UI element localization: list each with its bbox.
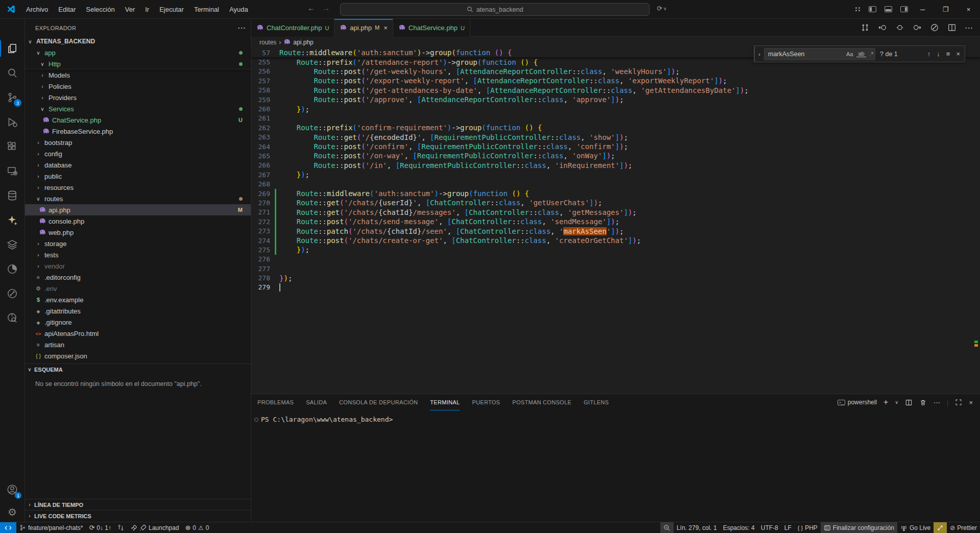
tree-item-policies[interactable]: ›Policies: [25, 81, 251, 92]
tree-item-composer-json[interactable]: { }composer.json: [25, 350, 251, 361]
problems-item[interactable]: ⊗0 ⚠0: [182, 522, 212, 533]
git-graph-icon[interactable]: [930, 23, 939, 32]
tree-item-web-php[interactable]: web.php: [25, 227, 251, 238]
search-icon[interactable]: [0, 62, 25, 84]
menu-ir[interactable]: Ir: [140, 4, 154, 15]
code-line-279[interactable]: 279: [251, 283, 980, 292]
panel-tab-terminal[interactable]: TERMINAL: [430, 394, 460, 410]
previous-change-icon[interactable]: [878, 23, 887, 32]
panel-tab-salida[interactable]: SALIDA: [306, 394, 327, 410]
tree-item-public[interactable]: ›public: [25, 171, 251, 182]
tree-item-app[interactable]: ∨app: [25, 47, 251, 58]
close-panel-icon[interactable]: ×: [969, 399, 973, 406]
cursor-position-item[interactable]: Lín. 279, col. 1: [674, 522, 720, 533]
extensions-icon[interactable]: [0, 135, 25, 158]
nav-forward-button[interactable]: →: [322, 4, 330, 12]
panel-tab-puertos[interactable]: PUERTOS: [472, 394, 500, 410]
tree-item-tests[interactable]: ›tests: [25, 249, 251, 260]
screencast-zoom-item[interactable]: [660, 522, 674, 533]
menu-ejecutar[interactable]: Ejecutar: [154, 4, 189, 15]
code-line-267[interactable]: 267 });: [251, 170, 980, 179]
tree-item-services[interactable]: ∨Services: [25, 103, 251, 114]
open-changes-icon[interactable]: [895, 23, 904, 32]
match-case-icon[interactable]: Aa: [845, 51, 854, 57]
tree-item--gitattributes[interactable]: ◆.gitattributes: [25, 305, 251, 317]
regex-icon[interactable]: .*: [868, 51, 875, 57]
tab-api-php[interactable]: api.php M ×: [334, 19, 393, 37]
code-line-271[interactable]: 271 Route::get('/chats/{chatId}/messages…: [251, 208, 980, 217]
tree-item--gitignore[interactable]: ◆.gitignore: [25, 317, 251, 328]
code-line-272[interactable]: 272 Route::post('/chats/send-message', […: [251, 217, 980, 226]
tree-item--env-example[interactable]: $.env.example: [25, 294, 251, 305]
launchpad-item[interactable]: Launchpad: [127, 522, 182, 533]
encoding-item[interactable]: UTF-8: [758, 522, 781, 533]
find-close-icon[interactable]: ×: [956, 50, 960, 58]
code-line-261[interactable]: 261: [251, 114, 980, 123]
tree-item-console-php[interactable]: console.php: [25, 215, 251, 227]
command-center-search[interactable]: atenas_backend: [340, 3, 650, 16]
tree-item-storage[interactable]: ›storage: [25, 238, 251, 249]
settings-gear-icon[interactable]: ⚙: [0, 501, 25, 523]
code-line-276[interactable]: 276: [251, 255, 980, 264]
code-line-266[interactable]: 266 Route::post('/in', [RequirementPubli…: [251, 161, 980, 170]
whole-word-icon[interactable]: ab: [856, 51, 866, 57]
panel-more-actions-icon[interactable]: ⋯: [934, 399, 940, 406]
toggle-sidebar-icon[interactable]: [869, 6, 876, 12]
tree-item-database[interactable]: ›database: [25, 159, 251, 171]
panel-tab-gitlens[interactable]: GITLENS: [584, 394, 609, 410]
menu-archivo[interactable]: Archivo: [21, 4, 53, 15]
commit-search-icon[interactable]: [0, 307, 25, 329]
toggle-panel-icon[interactable]: [885, 6, 892, 12]
code-area[interactable]: 255 Route::prefix('/attendance-report')-…: [251, 57, 980, 292]
indentation-item[interactable]: Espacios: 4: [720, 522, 758, 533]
find-next-icon[interactable]: ↓: [937, 50, 940, 58]
tree-item-api-php[interactable]: api.phpM: [25, 204, 251, 215]
tree-item--editorconfig[interactable]: ≡.editorconfig: [25, 272, 251, 283]
terminal-dropdown-icon[interactable]: ∨: [895, 400, 898, 405]
tree-item-apiatenaspro-html[interactable]: <>apiAtenasPro.html: [25, 328, 251, 339]
tree-item-models[interactable]: ›Models: [25, 69, 251, 81]
code-line-257[interactable]: 257 Route::post('/export-weekly-report',…: [251, 76, 980, 85]
code-line-278[interactable]: 278});: [251, 273, 980, 282]
kill-terminal-icon[interactable]: [919, 399, 927, 406]
tab-chatcontroller[interactable]: ChatController.php U: [251, 19, 334, 37]
go-live-item[interactable]: Go Live: [897, 522, 934, 533]
split-terminal-icon[interactable]: [905, 399, 913, 406]
explorer-more-actions-icon[interactable]: ⋯: [237, 23, 246, 33]
formatter-warning-item[interactable]: [934, 522, 947, 533]
menu-terminal[interactable]: Terminal: [189, 4, 224, 15]
account-icon[interactable]: 1: [0, 478, 25, 501]
eol-item[interactable]: LF: [781, 522, 795, 533]
find-input[interactable]: markAsSeen Aa ab .*: [764, 48, 875, 60]
explorer-icon[interactable]: [0, 37, 25, 60]
menu-ayuda[interactable]: Ayuda: [224, 4, 253, 15]
code-line-263[interactable]: 263 Route::get('/{encodedId}', [Requirem…: [251, 133, 980, 142]
close-button[interactable]: ×: [957, 0, 980, 18]
remote-indicator[interactable]: [0, 522, 16, 533]
git-graph-icon[interactable]: [0, 282, 25, 305]
remote-explorer-icon[interactable]: [0, 160, 25, 182]
panel-tab-postman-console[interactable]: POSTMAN CONSOLE: [512, 394, 571, 410]
layers-icon[interactable]: [0, 233, 25, 256]
code-line-269[interactable]: 269 Route::middleware('auth:sanctum')->g…: [251, 189, 980, 198]
gitlens-compare-item[interactable]: [114, 522, 127, 533]
terminal-prompt[interactable]: PS C:\laragon\www\atenas_backend>: [254, 416, 980, 423]
live-code-metrics-section-header[interactable]: ›LIVE CODE METRICS: [25, 510, 251, 521]
source-control-icon[interactable]: 3: [0, 86, 25, 109]
minimize-button[interactable]: ─: [911, 0, 934, 18]
split-editor-icon[interactable]: [947, 23, 957, 32]
find-previous-icon[interactable]: ↑: [927, 50, 931, 58]
menu-ver[interactable]: Ver: [120, 4, 140, 15]
timeline-section-header[interactable]: ›LÍNEA DE TIEMPO: [25, 499, 251, 510]
nav-back-button[interactable]: ←: [307, 4, 315, 12]
code-line-268[interactable]: 268: [251, 179, 980, 188]
tree-item-config[interactable]: ›config: [25, 148, 251, 159]
more-actions-icon[interactable]: ⋯: [965, 23, 973, 33]
git-branch-item[interactable]: feature/panel-chats*: [16, 522, 86, 533]
terminal-profile-item[interactable]: >_ powershell: [838, 399, 877, 406]
next-change-icon[interactable]: [913, 23, 922, 32]
gitlens-compare-icon[interactable]: [861, 23, 870, 32]
code-line-258[interactable]: 258 Route::post('/get-attendances-by-dat…: [251, 86, 980, 95]
find-toggle-replace-icon[interactable]: ›: [755, 51, 764, 57]
tree-item-http[interactable]: ∨Http: [25, 58, 251, 69]
